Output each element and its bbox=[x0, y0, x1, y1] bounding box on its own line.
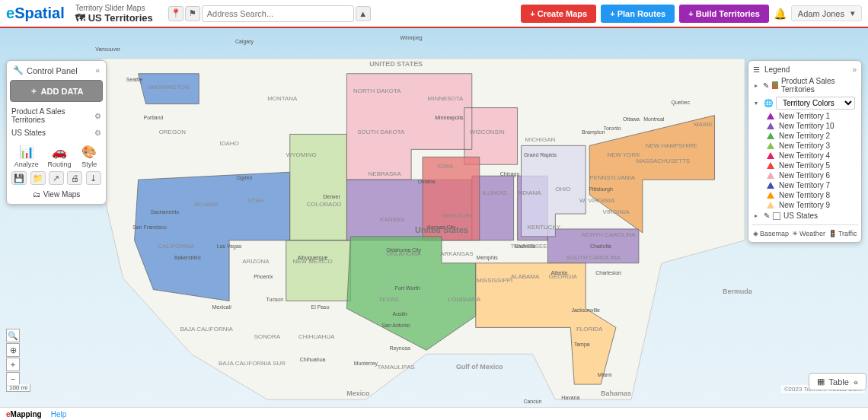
legend-item-label: New Territory 1 bbox=[779, 112, 830, 120]
pencil-icon[interactable]: ✎ bbox=[763, 81, 769, 90]
state-label: MAINE bbox=[694, 121, 713, 128]
legend-item[interactable]: New Territory 9 bbox=[752, 200, 858, 210]
legend-item[interactable]: New Territory 1 bbox=[752, 111, 858, 121]
city-label: Chicago bbox=[500, 171, 520, 177]
legend-title: Legend bbox=[764, 65, 790, 74]
city-label: Las Vegas bbox=[217, 243, 242, 250]
search-toggle-icon[interactable]: ▲ bbox=[356, 6, 371, 21]
city-label: Monterrey bbox=[354, 361, 378, 367]
create-maps-button[interactable]: + Create Maps bbox=[521, 5, 596, 23]
legend-item[interactable]: New Territory 7 bbox=[752, 180, 858, 190]
legend-item[interactable]: New Territory 8 bbox=[752, 190, 858, 200]
city-label: Chihuahua bbox=[300, 357, 326, 362]
city-label: Denver bbox=[323, 194, 340, 199]
view-maps-link[interactable]: 🗂 View Maps bbox=[10, 188, 103, 201]
city-label: Seattle bbox=[126, 77, 143, 82]
layer-product-a[interactable]: Product A Sales Territories bbox=[11, 107, 94, 124]
collapse-icon[interactable]: » bbox=[852, 65, 857, 74]
wrench-icon: 🔧 bbox=[13, 65, 24, 75]
expand-icon: « bbox=[854, 377, 858, 387]
export-icon[interactable]: ⤓ bbox=[86, 171, 101, 185]
legend-item[interactable]: New Territory 3 bbox=[752, 141, 858, 151]
city-label: Bakersfield bbox=[174, 255, 201, 260]
territory-colors-select[interactable]: Territory Colors bbox=[776, 97, 855, 110]
gear-icon[interactable]: ⚙ bbox=[94, 112, 101, 120]
map-canvas[interactable]: WASHINGTONOREGONIDAHOMONTANANORTH DAKOTA… bbox=[0, 28, 868, 407]
gear-icon[interactable]: ⚙ bbox=[94, 129, 101, 137]
city-label: San Francisco bbox=[132, 224, 167, 230]
chevron-down-icon: ▾ bbox=[850, 8, 855, 18]
state-label: OREGON bbox=[159, 129, 187, 135]
plan-routes-button[interactable]: + Plan Routes bbox=[601, 5, 675, 23]
legend-item[interactable]: New Territory 5 bbox=[752, 161, 858, 170]
share-icon[interactable]: ↗ bbox=[49, 171, 64, 185]
layer-us-states[interactable]: US States bbox=[11, 129, 46, 137]
table-icon: ▦ bbox=[817, 377, 825, 387]
map-icon: 🗺 bbox=[75, 12, 85, 24]
traffic-button[interactable]: 🚦Traffic bbox=[827, 228, 859, 239]
table-button[interactable]: ▦ Table « bbox=[809, 373, 866, 390]
state-label: SONORA bbox=[254, 333, 281, 340]
city-label: Charlotte bbox=[590, 243, 611, 249]
expand-icon[interactable]: ▸ bbox=[755, 212, 761, 219]
state-label: KANSAS bbox=[380, 216, 404, 223]
maps-icon: 🗂 bbox=[33, 190, 40, 199]
legend-item[interactable]: New Territory 6 bbox=[752, 170, 858, 180]
territory-shape[interactable] bbox=[286, 134, 351, 301]
location-pin-icon[interactable]: 📍 bbox=[168, 6, 183, 21]
pencil-icon[interactable]: ✎ bbox=[764, 212, 770, 220]
add-data-button[interactable]: ＋ ADD DATA bbox=[10, 80, 103, 102]
help-link[interactable]: Help bbox=[51, 410, 67, 418]
legend-item[interactable]: New Territory 10 bbox=[752, 121, 858, 131]
state-label: NEVADA bbox=[194, 201, 219, 208]
build-territories-button[interactable]: + Build Territories bbox=[679, 5, 769, 23]
state-label: MINNESOTA bbox=[428, 95, 464, 102]
state-label: ILLINOIS bbox=[482, 189, 507, 196]
state-label: PENNSYLVANIA bbox=[589, 174, 636, 181]
legend-item[interactable]: New Territory 4 bbox=[752, 151, 858, 161]
country-label: Gulf of Mexico bbox=[456, 363, 503, 371]
style-tool[interactable]: 🎨Style bbox=[80, 144, 98, 168]
legend-item[interactable]: New Territory 2 bbox=[752, 131, 858, 141]
legend-item-label: New Territory 5 bbox=[779, 161, 830, 170]
city-label: Fort Worth bbox=[395, 285, 420, 291]
city-label: Ogden bbox=[237, 175, 253, 181]
weather-button[interactable]: ☀Weather bbox=[790, 228, 827, 239]
state-label: CHIHUAHUA bbox=[298, 333, 335, 340]
save-icon[interactable]: 💾 bbox=[11, 171, 27, 185]
city-label: Toronto bbox=[603, 126, 621, 131]
folder-icon[interactable]: 📁 bbox=[30, 171, 46, 185]
state-label: NORTH CAROLINA bbox=[582, 231, 637, 238]
expand-icon[interactable]: ▾ bbox=[755, 100, 761, 107]
state-label: UTAH bbox=[247, 197, 263, 204]
state-label: MASSACHUSETTS bbox=[636, 158, 690, 164]
collapse-icon[interactable]: « bbox=[95, 66, 100, 75]
city-label: Reynosa bbox=[389, 345, 410, 352]
logo[interactable]: eSpatial bbox=[6, 5, 65, 22]
basemap-button[interactable]: ◈Basemap bbox=[752, 228, 790, 239]
legend-panel: ☰ Legend » ▸ ✎ Product A Sales Territori… bbox=[748, 60, 862, 243]
search-input[interactable] bbox=[202, 5, 354, 22]
routing-icon: 🚗 bbox=[50, 144, 69, 159]
state-label: ARKANSAS bbox=[440, 250, 473, 257]
city-label: Tucson bbox=[266, 297, 284, 302]
globe-icon[interactable]: ⊕ bbox=[6, 343, 20, 357]
state-label: MISSOURI bbox=[442, 212, 471, 219]
flag-icon[interactable]: ⚑ bbox=[185, 6, 200, 21]
city-label: Havana bbox=[561, 395, 579, 400]
user-menu[interactable]: Adam Jones ▾ bbox=[791, 5, 862, 21]
traffic-icon: 🚦 bbox=[828, 230, 837, 237]
print-icon[interactable]: 🖨 bbox=[67, 171, 82, 185]
routing-tool[interactable]: 🚗Routing bbox=[47, 144, 71, 168]
city-label: Portland bbox=[143, 115, 163, 120]
legend-layer-product[interactable]: Product A Sales Territories bbox=[781, 77, 855, 94]
search-icon[interactable]: 🔍 bbox=[6, 329, 20, 342]
legend-layer-us-states[interactable]: US States bbox=[783, 212, 818, 220]
zoom-in-button[interactable]: + bbox=[6, 358, 20, 371]
analyze-tool[interactable]: 📊Analyze bbox=[14, 144, 39, 168]
expand-icon[interactable]: ▸ bbox=[755, 82, 760, 89]
breadcrumb-parent[interactable]: Territory Slider Maps bbox=[75, 4, 153, 12]
notifications-icon[interactable]: 🔔 bbox=[774, 8, 787, 20]
state-label: COLORADO bbox=[307, 201, 342, 208]
state-label: IOWA bbox=[437, 163, 454, 170]
